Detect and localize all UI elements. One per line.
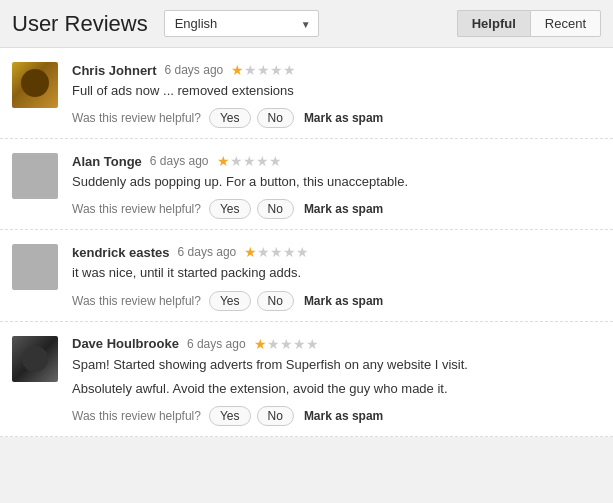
page-title: User Reviews (12, 11, 148, 37)
review-text-secondary: Absolutely awful. Avoid the extension, a… (72, 380, 601, 398)
review-item: Alan Tonge6 days ago★★★★★Suddenly ads po… (0, 139, 613, 230)
language-selector[interactable]: English ▼ (164, 10, 319, 37)
star-rating: ★★★★★ (217, 153, 282, 169)
language-dropdown[interactable]: English (164, 10, 319, 37)
helpful-question-label: Was this review helpful? (72, 202, 201, 216)
review-text: Spam! Started showing adverts from Super… (72, 356, 601, 374)
star-rating: ★★★★★ (244, 244, 309, 260)
review-meta: Dave Houlbrooke6 days ago★★★★★ (72, 336, 601, 352)
review-meta: Chris Johnert6 days ago★★★★★ (72, 62, 601, 78)
reviews-list: Chris Johnert6 days ago★★★★★Full of ads … (0, 48, 613, 437)
sort-buttons-group: Helpful Recent (457, 10, 601, 37)
review-date: 6 days ago (187, 337, 246, 351)
review-item: kendrick eastes6 days ago★★★★★it was nic… (0, 230, 613, 321)
empty-star-icon: ★ (269, 153, 282, 169)
helpful-question-label: Was this review helpful? (72, 111, 201, 125)
empty-star-icon: ★ (283, 62, 296, 78)
no-button[interactable]: No (257, 199, 294, 219)
star-rating: ★★★★★ (254, 336, 319, 352)
yes-button[interactable]: Yes (209, 108, 251, 128)
reviewer-name: kendrick eastes (72, 245, 170, 260)
reviewer-name: Dave Houlbrooke (72, 336, 179, 351)
mark-as-spam-link[interactable]: Mark as spam (304, 202, 383, 216)
no-button[interactable]: No (257, 406, 294, 426)
sort-recent-button[interactable]: Recent (530, 10, 601, 37)
helpful-row: Was this review helpful?YesNoMark as spa… (72, 291, 601, 311)
empty-star-icon: ★ (296, 244, 309, 260)
empty-star-icon: ★ (267, 336, 280, 352)
review-content: Dave Houlbrooke6 days ago★★★★★Spam! Star… (72, 336, 601, 426)
filled-star-icon: ★ (244, 244, 257, 260)
no-button[interactable]: No (257, 291, 294, 311)
reviewer-name: Chris Johnert (72, 63, 157, 78)
mark-as-spam-link[interactable]: Mark as spam (304, 409, 383, 423)
review-item: Chris Johnert6 days ago★★★★★Full of ads … (0, 48, 613, 139)
review-meta: Alan Tonge6 days ago★★★★★ (72, 153, 601, 169)
empty-star-icon: ★ (270, 244, 283, 260)
empty-star-icon: ★ (257, 244, 270, 260)
review-meta: kendrick eastes6 days ago★★★★★ (72, 244, 601, 260)
empty-star-icon: ★ (256, 153, 269, 169)
review-text: Full of ads now ... removed extensions (72, 82, 601, 100)
review-text: Suddenly ads popping up. For a button, t… (72, 173, 601, 191)
yes-button[interactable]: Yes (209, 291, 251, 311)
review-text: it was nice, until it started packing ad… (72, 264, 601, 282)
filled-star-icon: ★ (231, 62, 244, 78)
avatar (12, 62, 58, 108)
filled-star-icon: ★ (254, 336, 267, 352)
mark-as-spam-link[interactable]: Mark as spam (304, 294, 383, 308)
review-date: 6 days ago (150, 154, 209, 168)
no-button[interactable]: No (257, 108, 294, 128)
empty-star-icon: ★ (257, 62, 270, 78)
empty-star-icon: ★ (230, 153, 243, 169)
helpful-row: Was this review helpful?YesNoMark as spa… (72, 108, 601, 128)
empty-star-icon: ★ (283, 244, 296, 260)
star-rating: ★★★★★ (231, 62, 296, 78)
avatar (12, 336, 58, 382)
review-date: 6 days ago (165, 63, 224, 77)
sort-helpful-button[interactable]: Helpful (457, 10, 530, 37)
avatar (12, 153, 58, 199)
helpful-row: Was this review helpful?YesNoMark as spa… (72, 406, 601, 426)
helpful-question-label: Was this review helpful? (72, 409, 201, 423)
review-content: kendrick eastes6 days ago★★★★★it was nic… (72, 244, 601, 310)
empty-star-icon: ★ (270, 62, 283, 78)
yes-button[interactable]: Yes (209, 199, 251, 219)
empty-star-icon: ★ (243, 153, 256, 169)
mark-as-spam-link[interactable]: Mark as spam (304, 111, 383, 125)
empty-star-icon: ★ (293, 336, 306, 352)
reviewer-name: Alan Tonge (72, 154, 142, 169)
review-item: Dave Houlbrooke6 days ago★★★★★Spam! Star… (0, 322, 613, 437)
avatar (12, 244, 58, 290)
yes-button[interactable]: Yes (209, 406, 251, 426)
empty-star-icon: ★ (244, 62, 257, 78)
empty-star-icon: ★ (280, 336, 293, 352)
filled-star-icon: ★ (217, 153, 230, 169)
helpful-question-label: Was this review helpful? (72, 294, 201, 308)
review-date: 6 days ago (178, 245, 237, 259)
review-content: Alan Tonge6 days ago★★★★★Suddenly ads po… (72, 153, 601, 219)
helpful-row: Was this review helpful?YesNoMark as spa… (72, 199, 601, 219)
page-header: User Reviews English ▼ Helpful Recent (0, 0, 613, 48)
review-content: Chris Johnert6 days ago★★★★★Full of ads … (72, 62, 601, 128)
empty-star-icon: ★ (306, 336, 319, 352)
